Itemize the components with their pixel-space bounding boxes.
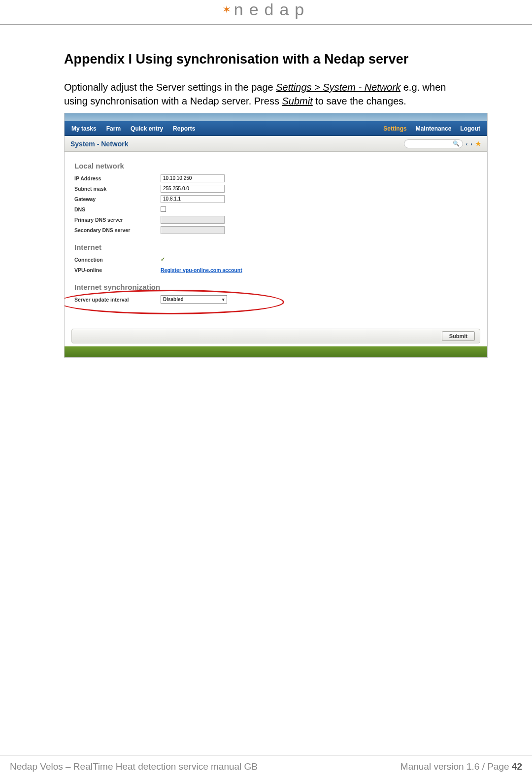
input-secondary-dns (161, 226, 225, 234)
label-dns: DNS (74, 206, 161, 212)
label-primary-dns: Primary DNS server (74, 217, 161, 223)
label-update-interval: Server update interval (74, 297, 161, 303)
section-sync: Internet synchronization (74, 283, 477, 291)
row-connection: Connection✓ (74, 254, 477, 265)
nav-reports[interactable]: Reports (173, 125, 195, 132)
bottom-bar: Submit (71, 329, 480, 343)
title-right-tools: 🔍 ‹ › ★ (404, 139, 481, 148)
nav-logout[interactable]: Logout (460, 125, 480, 132)
intro-paragraph: Optionally adjust the Server settings in… (64, 81, 468, 108)
chevron-left-icon[interactable]: ‹ (466, 141, 468, 147)
link-register-vpu[interactable]: Register vpu-online.com account (161, 267, 242, 273)
checkbox-dns[interactable] (161, 206, 166, 212)
nav-left: My tasks Farm Quick entry Reports (71, 125, 195, 132)
logo-text: nedap (234, 0, 310, 19)
top-navbar: My tasks Farm Quick entry Reports Settin… (65, 121, 487, 136)
row-ip: IP Address (74, 173, 477, 183)
star-icon[interactable]: ★ (475, 140, 481, 147)
label-gateway: Gateway (74, 196, 161, 202)
footer-left: Nedap Velos – RealTime Heat detection se… (10, 761, 258, 772)
row-vpu: VPU-onlineRegister vpu-online.com accoun… (74, 265, 477, 275)
intro-action: Submit (282, 96, 312, 106)
page-title-bar: System - Network 🔍 ‹ › ★ (65, 136, 487, 152)
footer-page-number: 42 (512, 761, 522, 772)
select-value: Disabled (163, 297, 184, 302)
input-subnet[interactable] (161, 185, 225, 193)
nav-maintenance[interactable]: Maintenance (416, 125, 452, 132)
footer-version: Manual version 1.6 / Page (400, 761, 512, 772)
label-connection: Connection (74, 257, 161, 263)
footer-right: Manual version 1.6 / Page 42 (400, 761, 522, 772)
sky-strip (65, 113, 487, 121)
nav-right: Settings Maintenance Logout (383, 125, 480, 132)
row-gateway: Gateway (74, 194, 477, 204)
app-screenshot: My tasks Farm Quick entry Reports Settin… (64, 113, 488, 358)
intro-text-3: to save the changes. (313, 96, 406, 106)
check-icon: ✓ (161, 256, 165, 263)
label-secondary-dns: Secondary DNS server (74, 227, 161, 233)
input-gateway[interactable] (161, 195, 225, 203)
page-footer: Nedap Velos – RealTime Heat detection se… (0, 755, 532, 772)
row-subnet: Subnet mask (74, 183, 477, 194)
input-primary-dns (161, 216, 225, 224)
label-vpu: VPU-online (74, 267, 161, 273)
grass-strip (65, 346, 487, 357)
intro-path: Settings > System - Network (276, 82, 400, 93)
search-icon: 🔍 (453, 140, 460, 147)
settings-panel: Local network IP Address Subnet mask Gat… (65, 152, 487, 334)
row-dns: DNS (74, 204, 477, 214)
input-ip[interactable] (161, 174, 225, 182)
document-content: Appendix I Using synchronisation with a … (0, 25, 532, 358)
select-update-interval[interactable]: Disabled ▾ (161, 295, 227, 304)
nav-settings[interactable]: Settings (383, 125, 406, 132)
section-internet: Internet (74, 243, 477, 251)
chevron-down-icon: ▾ (222, 297, 225, 302)
intro-text-1: Optionally adjust the Server settings in… (64, 82, 276, 93)
logo: ✶ nedap (222, 0, 310, 19)
page-header: ✶ nedap (0, 0, 532, 25)
section-local-network: Local network (74, 162, 477, 170)
nav-quick-entry[interactable]: Quick entry (131, 125, 163, 132)
row-update-interval: Server update interval Disabled ▾ (74, 294, 477, 305)
label-ip: IP Address (74, 175, 161, 181)
row-primary-dns: Primary DNS server (74, 214, 477, 225)
nav-farm[interactable]: Farm (106, 125, 121, 132)
appendix-heading: Appendix I Using synchronisation with a … (64, 52, 468, 67)
page-title: System - Network (70, 140, 128, 148)
logo-star-icon: ✶ (222, 4, 231, 15)
label-subnet: Subnet mask (74, 186, 161, 192)
submit-button[interactable]: Submit (442, 331, 475, 341)
row-secondary-dns: Secondary DNS server (74, 225, 477, 235)
chevron-right-icon[interactable]: › (470, 141, 472, 147)
nav-my-tasks[interactable]: My tasks (71, 125, 97, 132)
search-input[interactable]: 🔍 (404, 139, 463, 148)
